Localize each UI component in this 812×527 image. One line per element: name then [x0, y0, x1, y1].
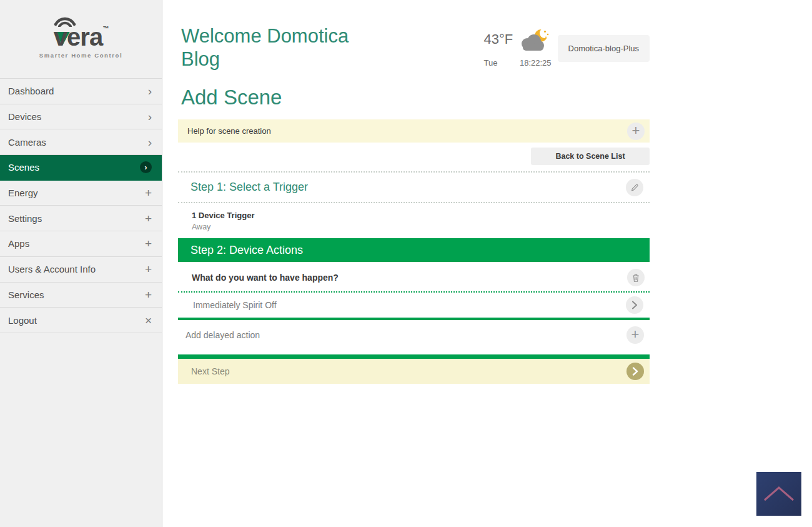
sidebar-item-devices[interactable]: Devices › — [0, 104, 162, 130]
wifi-arcs-icon — [51, 13, 80, 27]
sidebar-item-label: Dashboard — [8, 86, 54, 96]
sidebar-menu: Dashboard › Devices › Cameras › Scenes ›… — [0, 78, 162, 333]
scroll-to-top-button[interactable] — [756, 472, 801, 516]
chevron-right-icon: › — [148, 85, 152, 97]
plus-icon: + — [145, 238, 152, 249]
help-bar-label: Help for scene creation — [187, 126, 271, 136]
expand-help-button[interactable]: + — [627, 123, 645, 140]
next-step-label: Next Step — [191, 366, 229, 376]
trigger-summary: 1 Device Trigger Away — [178, 203, 650, 238]
step2-header: Step 2: Device Actions — [178, 238, 650, 262]
sidebar-item-apps[interactable]: Apps + — [0, 231, 162, 257]
step1-title: Step 1: Select a Trigger — [191, 181, 308, 194]
close-icon: × — [145, 314, 152, 326]
sidebar-item-label: Devices — [8, 111, 41, 122]
sidebar-item-settings[interactable]: Settings + — [0, 206, 162, 231]
trademark-symbol: ™ — [102, 25, 108, 32]
temperature: 43°F — [484, 31, 513, 48]
sidebar-item-users-account-info[interactable]: Users & Account Info + — [0, 257, 162, 283]
help-bar[interactable]: Help for scene creation + — [178, 119, 650, 143]
chevron-right-icon — [631, 301, 638, 309]
add-delayed-action-button[interactable]: + — [626, 326, 644, 344]
immediate-action-label: Immediately Spirit Off — [193, 300, 277, 310]
pencil-icon — [630, 183, 639, 192]
green-bar — [178, 354, 650, 359]
sidebar-item-scenes[interactable]: Scenes › — [0, 155, 162, 181]
plus-icon: + — [145, 187, 152, 199]
plus-icon: + — [145, 289, 152, 301]
vera-wordmark: vera™ — [54, 24, 108, 49]
app-window: vera™ Smarter Home Control Dashboard › D… — [0, 0, 812, 527]
sidebar-item-logout[interactable]: Logout × — [0, 308, 162, 333]
add-delayed-action-label: Add delayed action — [186, 330, 260, 340]
add-delayed-action-row[interactable]: Add delayed action + — [178, 320, 650, 350]
sidebar-item-label: Users & Account Info — [8, 264, 96, 274]
sidebar-item-label: Apps — [8, 238, 29, 249]
sidebar-item-label: Scenes — [8, 162, 39, 173]
chevron-right-icon: › — [148, 111, 152, 123]
trigger-count: 1 Device Trigger — [192, 211, 650, 220]
chevron-right-icon: › — [148, 136, 152, 148]
sidebar-item-services[interactable]: Services + — [0, 283, 162, 308]
page-header: Welcome Domotica Blog 43°F — [178, 25, 650, 71]
open-action-button[interactable] — [626, 296, 643, 314]
immediate-action-row[interactable]: Immediately Spirit Off — [178, 293, 650, 318]
controller-select-button[interactable]: Domotica-blog-Plus — [558, 35, 650, 62]
sidebar: vera™ Smarter Home Control Dashboard › D… — [0, 0, 162, 527]
chevron-up-icon — [762, 485, 796, 503]
sidebar-item-energy[interactable]: Energy + — [0, 181, 162, 206]
main-area: Welcome Domotica Blog 43°F — [162, 0, 812, 527]
action-question: What do you want to have happen? — [192, 273, 339, 283]
next-step-button[interactable] — [626, 363, 644, 380]
clock-time: 18:22:25 — [520, 58, 552, 68]
welcome-title: Welcome Domotica Blog — [181, 25, 387, 71]
sidebar-item-label: Energy — [8, 188, 38, 198]
edit-trigger-button[interactable] — [626, 179, 643, 196]
plus-icon: + — [145, 263, 152, 275]
chevron-right-icon — [631, 367, 639, 376]
trash-icon — [631, 273, 640, 283]
weekday: Tue — [484, 58, 498, 68]
trigger-name: Away — [192, 223, 650, 231]
sidebar-item-cameras[interactable]: Cameras › — [0, 129, 162, 155]
step2-title: Step 2: Device Actions — [191, 244, 303, 257]
step1-header: Step 1: Select a Trigger — [178, 173, 650, 202]
vera-logo: vera™ Smarter Home Control — [0, 0, 162, 78]
delete-action-button[interactable] — [627, 269, 645, 286]
plus-icon: + — [632, 124, 640, 138]
chevron-right-circle-icon: › — [140, 161, 152, 173]
sidebar-item-dashboard[interactable]: Dashboard › — [0, 79, 162, 104]
sidebar-item-label: Settings — [8, 213, 42, 224]
sidebar-item-label: Services — [8, 289, 44, 300]
weather-widget: 43°F — [484, 25, 650, 71]
plus-icon: + — [145, 213, 152, 224]
brand-tagline: Smarter Home Control — [39, 52, 122, 59]
sidebar-item-label: Logout — [8, 315, 37, 326]
sidebar-item-label: Cameras — [8, 137, 46, 148]
device-action-row: What do you want to have happen? — [178, 264, 650, 291]
page-title: Add Scene — [181, 86, 650, 109]
next-step-bar[interactable]: Next Step — [178, 359, 650, 384]
back-to-scene-list-button[interactable]: Back to Scene List — [531, 148, 650, 165]
plus-icon: + — [631, 328, 640, 341]
brand-name: vera — [54, 23, 102, 51]
cloudy-night-icon — [517, 28, 550, 56]
